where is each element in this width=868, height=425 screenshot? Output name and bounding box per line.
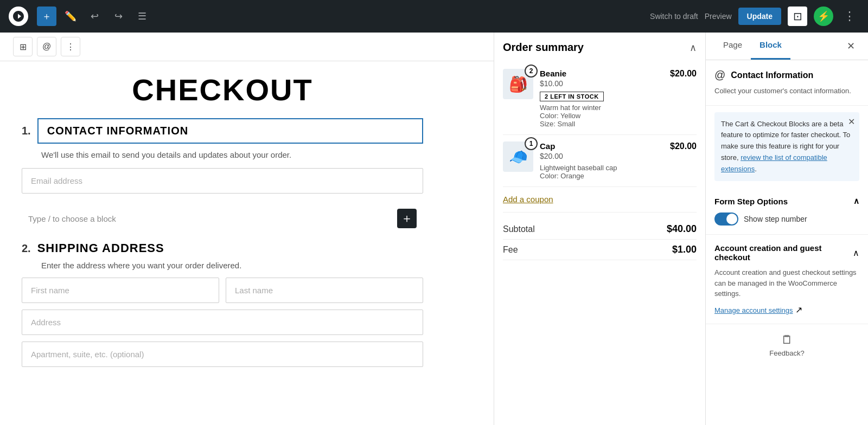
- wp-logo[interactable]: [9, 7, 28, 26]
- more-options-button[interactable]: ⋮: [61, 37, 80, 56]
- shipping-section: 2. SHIPPING ADDRESS Enter the address wh…: [22, 241, 423, 374]
- subtotal-row: Subtotal $40.00: [503, 219, 697, 240]
- manage-account-settings-link[interactable]: Manage account settings: [714, 306, 793, 314]
- section-1-number: 1.: [22, 125, 31, 137]
- account-creation-section: Account creation and guest checkout ∧ Ac…: [706, 235, 868, 324]
- last-name-input[interactable]: [226, 278, 423, 303]
- cap-quantity-badge: 1: [525, 137, 538, 150]
- beanie-color: Color: Yellow: [540, 112, 663, 120]
- edit-mode-button[interactable]: ✏️: [61, 7, 80, 26]
- update-button[interactable]: Update: [738, 8, 781, 25]
- form-step-options-chevron: ∧: [853, 196, 859, 206]
- feedback-button[interactable]: 🗒 Feedback?: [706, 324, 868, 366]
- feedback-label: Feedback?: [769, 349, 804, 357]
- contact-section-title-box: CONTACT INFORMATION: [37, 118, 423, 144]
- cap-color: Color: Orange: [540, 172, 663, 180]
- editor-toolbar: ⊞ @ ⋮: [0, 33, 494, 61]
- contact-info-section: @ Contact Information Collect your custo…: [706, 60, 868, 106]
- subtotal-value: $40.00: [667, 223, 697, 235]
- block-hint-text: Type / to choose a block: [28, 214, 116, 223]
- insert-at-button[interactable]: @: [37, 37, 56, 56]
- order-item-beanie: 2 🎒 Beanie $10.00 2 LEFT IN STOCK Warm h…: [503, 62, 697, 135]
- subtotal-label: Subtotal: [503, 224, 535, 234]
- fee-value: $1.00: [672, 244, 697, 255]
- email-input[interactable]: [22, 168, 423, 194]
- account-creation-title: Account creation and guest checkout: [714, 243, 853, 262]
- fee-label: Fee: [503, 245, 518, 255]
- shipping-section-desc: Enter the address where you want your or…: [22, 261, 423, 270]
- fee-row: Fee $1.00: [503, 240, 697, 260]
- beanie-quantity-badge: 2: [525, 65, 538, 78]
- top-toolbar: ＋ ✏️ ↩ ↪ ☰ Switch to draft Preview Updat…: [0, 0, 868, 33]
- redo-button[interactable]: ↪: [108, 7, 128, 26]
- address-input[interactable]: [22, 310, 423, 335]
- contact-section: 1. CONTACT INFORMATION We'll use this em…: [22, 118, 423, 200]
- contact-info-title: Contact Information: [731, 70, 813, 80]
- form-step-options-section: Form Step Options ∧ Show step number: [706, 188, 868, 235]
- cap-details: Cap $20.00 Lightweight baseball cap Colo…: [540, 141, 663, 180]
- form-step-options-title: Form Step Options: [714, 197, 788, 206]
- beanie-total: $20.00: [670, 69, 697, 79]
- show-step-number-toggle[interactable]: [714, 212, 738, 226]
- contact-info-icon: @: [714, 69, 725, 81]
- order-totals: Subtotal $40.00 Fee $1.00: [503, 212, 697, 267]
- account-creation-chevron: ∧: [853, 248, 859, 258]
- woocommerce-icon[interactable]: ⚡: [814, 7, 833, 26]
- switch-to-draft-button[interactable]: Switch to draft: [650, 12, 698, 21]
- beanie-size: Size: Small: [540, 120, 663, 128]
- cap-name: Cap: [540, 141, 663, 151]
- shipping-section-title: SHIPPING ADDRESS: [37, 241, 164, 255]
- add-coupon-link[interactable]: Add a coupon: [503, 195, 553, 204]
- section-2-number: 2.: [22, 242, 31, 255]
- cap-total: $20.00: [670, 141, 697, 151]
- beanie-image: 2 🎒: [503, 69, 533, 99]
- block-hint: Type / to choose a block ＋: [22, 204, 423, 233]
- tab-page[interactable]: Page: [714, 33, 751, 60]
- sidebar-close-button[interactable]: ✕: [843, 33, 859, 60]
- add-coupon-section: Add a coupon: [503, 187, 697, 212]
- beanie-details: Beanie $10.00 2 LEFT IN STOCK Warm hat f…: [540, 69, 663, 128]
- preview-button[interactable]: Preview: [705, 12, 732, 21]
- page-content: CHECKOUT 1. CONTACT INFORMATION We'll us…: [0, 61, 445, 384]
- options-button[interactable]: ⋮: [840, 7, 859, 26]
- order-panel: Order summary ∧ 2 🎒 Beanie $10.00 2 LEFT…: [494, 33, 705, 425]
- show-step-number-label: Show step number: [744, 215, 807, 223]
- beanie-stock-badge: 2 LEFT IN STOCK: [540, 92, 604, 101]
- sidebar-toggle-button[interactable]: ⊞: [13, 37, 33, 56]
- beanie-description: Warm hat for winter: [540, 104, 663, 112]
- contact-section-desc: We'll use this email to send you details…: [22, 150, 423, 159]
- first-name-input[interactable]: [22, 278, 219, 303]
- cap-icon: 🧢: [509, 148, 528, 166]
- form-step-options-header[interactable]: Form Step Options ∧: [714, 196, 859, 206]
- order-summary-toggle[interactable]: ∧: [690, 42, 697, 54]
- view-toggle-button[interactable]: ⊡: [788, 7, 807, 26]
- close-banner-button[interactable]: ✕: [848, 117, 855, 127]
- beanie-unit-price: $10.00: [540, 79, 663, 88]
- order-item-cap: 1 🧢 Cap $20.00 Lightweight baseball cap …: [503, 135, 697, 187]
- contact-info-desc: Collect your customer's contact informat…: [714, 86, 859, 96]
- cap-unit-price: $20.00: [540, 152, 663, 160]
- tab-block[interactable]: Block: [751, 33, 790, 60]
- order-summary-title: Order summary: [503, 41, 584, 54]
- undo-button[interactable]: ↩: [85, 7, 104, 26]
- show-step-number-toggle-row: Show step number: [714, 212, 859, 226]
- contact-section-title: CONTACT INFORMATION: [47, 125, 188, 137]
- add-block-toolbar-button[interactable]: ＋: [37, 7, 56, 26]
- beta-banner: ✕ The Cart & Checkout Blocks are a beta …: [714, 112, 859, 182]
- list-view-button[interactable]: ☰: [132, 7, 152, 26]
- feedback-icon: 🗒: [781, 333, 793, 347]
- sidebar-tabs: Page Block ✕: [706, 33, 868, 60]
- beanie-icon: 🎒: [509, 75, 528, 93]
- apartment-input[interactable]: [22, 342, 423, 367]
- add-block-button[interactable]: ＋: [397, 209, 417, 228]
- account-creation-desc: Account creation and guest checkout sett…: [714, 267, 859, 299]
- sidebar-panel: Page Block ✕ @ Contact Information Colle…: [705, 33, 868, 425]
- cap-image: 1 🧢: [503, 141, 533, 172]
- beanie-name: Beanie: [540, 69, 663, 78]
- main-area: ⊞ @ ⋮ CHECKOUT 1. CONTACT INFORMATION We…: [0, 33, 868, 425]
- page-title: CHECKOUT: [22, 72, 423, 107]
- editor-area: ⊞ @ ⋮ CHECKOUT 1. CONTACT INFORMATION We…: [0, 33, 494, 425]
- cap-description: Lightweight baseball cap: [540, 164, 663, 172]
